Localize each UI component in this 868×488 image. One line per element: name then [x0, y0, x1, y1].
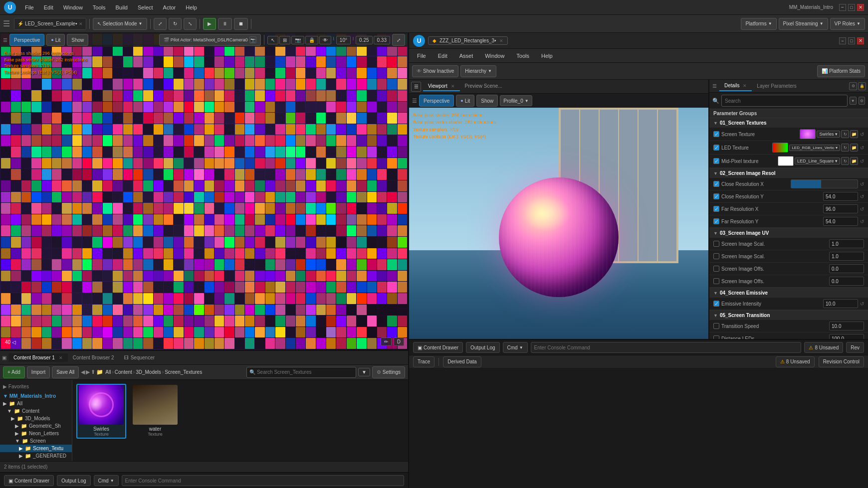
- distance-leds-input[interactable]: [829, 334, 864, 339]
- screen-texture-icon1[interactable]: ↻: [841, 130, 849, 138]
- tree-content[interactable]: ▼ 📁 Content: [0, 407, 72, 415]
- screen-texture-icon2[interactable]: 📁: [850, 130, 858, 138]
- output-log-btn-r[interactable]: Output Log: [466, 342, 499, 353]
- mid-pixel-checkbox[interactable]: ✓: [713, 158, 719, 164]
- menu-select[interactable]: Select: [134, 3, 157, 11]
- pilot-cam-icon[interactable]: 📷: [249, 36, 256, 43]
- close-res-y-input[interactable]: [823, 192, 858, 201]
- distance-leds-checkbox[interactable]: [713, 335, 719, 339]
- show-inactive-btn[interactable]: 👁 Show Inactive: [412, 65, 458, 77]
- screen-texture-reset[interactable]: ↺: [860, 132, 864, 137]
- far-res-y-reset[interactable]: ↺: [860, 219, 864, 224]
- search-options-btn[interactable]: ⚙: [859, 97, 865, 105]
- pixel-streaming-btn[interactable]: Pixel Streaming ▼: [779, 18, 828, 30]
- cb-back-btn[interactable]: ◀: [81, 369, 85, 375]
- led-texture-reset[interactable]: ↺: [860, 145, 864, 151]
- add-btn[interactable]: + Add: [3, 366, 25, 378]
- led-texture-icon1[interactable]: ↻: [841, 144, 849, 152]
- file-tab[interactable]: ⚡ LED_Screen_Example• ✕: [14, 18, 86, 30]
- selection-mode-btn[interactable]: ↖ Selection Mode ▼: [93, 18, 147, 30]
- filter-dropdown-btn[interactable]: ▼: [358, 368, 370, 376]
- editor-tools[interactable]: Tools: [512, 52, 533, 60]
- transition-speed-checkbox[interactable]: [713, 323, 719, 329]
- editor-edit[interactable]: Edit: [434, 52, 451, 60]
- rev-btn[interactable]: Rev: [846, 342, 864, 353]
- rotate-btn[interactable]: ↻: [169, 18, 182, 30]
- pilot-actor-btn[interactable]: 🎬 Pilot Actor: MetaShoot_DSLRCamera0 📷: [159, 34, 261, 46]
- transition-speed-input[interactable]: [829, 322, 864, 330]
- details-tab-close[interactable]: ✕: [743, 83, 747, 88]
- res1-btn[interactable]: 0.25: [356, 36, 372, 44]
- trace-btn[interactable]: Trace: [413, 356, 434, 367]
- output-log-btn[interactable]: Output Log: [57, 475, 90, 486]
- unsaved-btn[interactable]: ⚠ 8 Unsaved: [804, 342, 843, 353]
- settings-btn[interactable]: ⚙ Settings: [372, 366, 405, 378]
- screen-texture-swatch[interactable]: [800, 129, 816, 139]
- cmd-btn-left[interactable]: Cmd ▼: [94, 475, 119, 486]
- viewport-nav-icon[interactable]: ☰: [411, 82, 421, 92]
- close-res-y-reset[interactable]: ↺: [860, 194, 864, 199]
- platform-stats-btn[interactable]: 📊 Platform Stats: [817, 65, 865, 77]
- cb-search-input[interactable]: [246, 367, 356, 378]
- rp-close-btn[interactable]: ✕: [857, 37, 864, 44]
- viewport-tab[interactable]: Viewport ✕: [423, 82, 460, 91]
- menu-build[interactable]: Build: [112, 3, 132, 11]
- preview-scene-tab[interactable]: Preview Scene...: [460, 82, 507, 91]
- tree-screen[interactable]: ▼ 📁 Screen: [0, 437, 72, 445]
- tree-screen-textures[interactable]: ▶ 📁 Screen_Textu: [0, 445, 72, 452]
- details-settings-btn[interactable]: ⚙: [849, 82, 857, 90]
- far-res-y-input[interactable]: [823, 217, 858, 226]
- mid-pixel-swatch[interactable]: [778, 156, 794, 166]
- cb-icon[interactable]: ▣: [2, 355, 6, 360]
- menu-actor[interactable]: Actor: [159, 3, 180, 11]
- transform-btn[interactable]: ⤢: [154, 18, 167, 30]
- cmd-btn-right[interactable]: Cmd ▼: [503, 342, 528, 353]
- sidebar-toggle-btn[interactable]: ☰: [3, 19, 10, 28]
- editor-window[interactable]: Window: [481, 52, 508, 60]
- rp-maximize-btn[interactable]: □: [848, 37, 855, 44]
- screen-texture-checkbox[interactable]: ✓: [713, 131, 719, 137]
- vp-eye-btn[interactable]: 👁: [319, 36, 331, 44]
- details-lock-btn[interactable]: 🔒: [858, 82, 866, 90]
- maximize-btn[interactable]: □: [848, 4, 855, 11]
- favorites-section[interactable]: ▶ Favorites: [0, 382, 72, 391]
- editor-help[interactable]: Help: [537, 52, 557, 60]
- d-btn[interactable]: D: [394, 337, 404, 346]
- menu-tools[interactable]: Tools: [89, 3, 110, 11]
- content-browser-tab-2[interactable]: Content Browser 2: [68, 353, 119, 362]
- vp-roles-btn[interactable]: VP Roles ▼: [830, 18, 865, 30]
- asset-swirles[interactable]: Swirles Texture: [76, 384, 126, 439]
- far-res-x-checkbox[interactable]: ✓: [713, 206, 719, 212]
- screen-texture-dropdown[interactable]: Swirles ▾: [817, 131, 840, 138]
- far-res-x-input[interactable]: [823, 204, 858, 213]
- cb-tab1-close[interactable]: ✕: [59, 355, 63, 360]
- material-tab-active[interactable]: ◆ ZZZ_LED_Rectangles_3• ✕: [428, 36, 508, 45]
- revision-control-btn[interactable]: Revision Control: [819, 356, 864, 367]
- screen-img-offs1-checkbox[interactable]: [713, 266, 719, 272]
- status-unsaved-btn[interactable]: ⚠ 8 Unsaved: [776, 356, 815, 367]
- menu-window[interactable]: Window: [59, 3, 87, 11]
- screen-img-scal1-checkbox[interactable]: [713, 241, 719, 247]
- tree-geometric[interactable]: ▶ 📁 Geometric_Sh: [0, 422, 72, 430]
- grid-snap-btn[interactable]: ⊞: [279, 36, 290, 44]
- details-search-input[interactable]: [721, 95, 848, 107]
- close-btn[interactable]: ✕: [857, 4, 864, 11]
- platforms-btn[interactable]: Platforms ▼: [741, 18, 776, 30]
- sequencer-tab[interactable]: 🎞 Sequencer: [119, 353, 160, 362]
- layer-params-tab[interactable]: Layer Parameters: [752, 81, 801, 91]
- rp-show-btn[interactable]: Show: [476, 95, 498, 107]
- tree-all[interactable]: ▶ 📁 All: [0, 400, 72, 407]
- close-res-x-reset[interactable]: ↺: [860, 181, 864, 187]
- minimize-btn[interactable]: −: [839, 4, 846, 11]
- led-texture-checkbox[interactable]: ✓: [713, 145, 719, 151]
- details-tab-icon[interactable]: ☰: [709, 81, 719, 91]
- path-screen-textures[interactable]: Screen_Textures: [165, 369, 202, 375]
- content-browser-tab-1[interactable]: Content Browser 1 ✕: [8, 353, 68, 362]
- cb-folder-btn[interactable]: 📁: [96, 369, 103, 375]
- pause-btn[interactable]: ⏸: [218, 18, 232, 30]
- mid-pixel-icon2[interactable]: 📁: [850, 157, 858, 165]
- led-texture-dropdown[interactable]: LED_RGB_Lines_Vertic ▾: [789, 145, 840, 151]
- screen-img-offs1-input[interactable]: [829, 264, 864, 273]
- led-texture-swatch[interactable]: [772, 143, 788, 153]
- far-res-y-checkbox[interactable]: ✓: [713, 218, 719, 224]
